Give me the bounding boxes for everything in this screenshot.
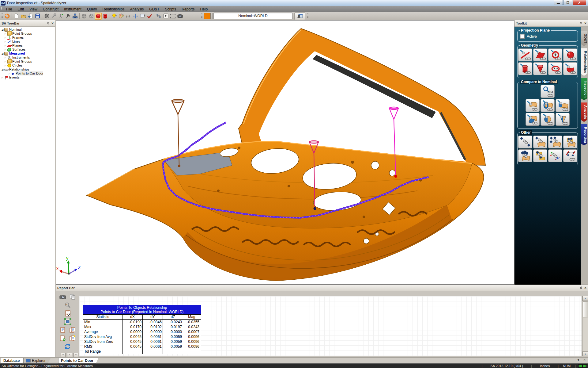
watch-window-icon[interactable] — [294, 12, 305, 20]
menu-grip[interactable] — [1, 7, 2, 11]
groups-relationship-button[interactable] — [533, 149, 547, 162]
screenshot-icon[interactable] — [59, 293, 66, 300]
menu-item[interactable]: Construct — [40, 6, 61, 12]
circle-fit-button[interactable] — [548, 48, 562, 61]
menu-item[interactable]: Reports — [179, 6, 197, 12]
tree-expander[interactable] — [4, 63, 7, 67]
tree-expander[interactable] — [4, 40, 7, 44]
function-icon[interactable]: (x) — [125, 13, 132, 20]
cone-fit-button[interactable] — [533, 62, 547, 75]
menu-item[interactable]: Help — [197, 6, 210, 12]
toolkit-side-tab[interactable]: Relationships — [581, 48, 587, 76]
tab-database[interactable]: Database — [1, 358, 25, 363]
points-to-surface-button[interactable] — [526, 99, 540, 112]
tree-expander[interactable] — [1, 28, 4, 32]
tree-expander[interactable] — [4, 59, 7, 63]
toolbar-grip-2[interactable] — [201, 13, 202, 18]
screenshot-icon[interactable] — [176, 13, 183, 20]
tree-expander[interactable] — [4, 36, 7, 40]
color-swatch[interactable] — [204, 13, 211, 19]
scroll-down-icon[interactable]: ▼ — [582, 351, 588, 356]
tree-item[interactable]: Point Groups — [0, 59, 55, 63]
scrollbar-thumb[interactable] — [583, 301, 588, 317]
collapse-reportbar-icon[interactable]: ▼ — [577, 358, 580, 362]
tree-expander[interactable] — [1, 67, 4, 71]
display-options-icon[interactable]: ▾ — [139, 13, 146, 20]
hierarchy-icon[interactable] — [155, 13, 162, 20]
render-options-icon[interactable] — [118, 13, 125, 20]
menu-item[interactable]: GD&T — [146, 6, 162, 12]
close-button[interactable]: ✗ — [573, 0, 586, 5]
tree-item[interactable]: Frames — [0, 36, 55, 40]
selection-box-icon[interactable] — [169, 13, 176, 20]
menu-item[interactable]: View — [27, 6, 40, 12]
cloud-to-surface-button[interactable] — [518, 149, 532, 162]
report-scrollbar[interactable]: ▲ ▼ — [582, 296, 588, 356]
report-page[interactable]: Points To Objects Relationship Points to… — [79, 296, 582, 356]
toolkit-side-tab[interactable]: Reporting — [581, 124, 587, 146]
menu-item[interactable]: Analysis — [127, 6, 147, 12]
pin-icon[interactable] — [579, 286, 583, 290]
toolkit-side-tab[interactable]: Analysis — [581, 102, 587, 122]
close-reportbar-icon[interactable]: × — [583, 358, 586, 362]
plane-to-nominal-button[interactable] — [526, 113, 540, 126]
wireframe-box-icon[interactable] — [88, 13, 95, 20]
status-units[interactable]: Inches — [532, 364, 558, 368]
report-layout-icon[interactable] — [59, 318, 76, 325]
tree-item[interactable]: Point Groups — [0, 32, 55, 36]
tips-icon[interactable]: ▾ — [111, 13, 118, 20]
line-fit-button[interactable] — [518, 48, 532, 61]
tree-item[interactable]: Surfaces — [0, 48, 55, 52]
ellipse-fit-button[interactable] — [548, 62, 562, 75]
tree-expander[interactable] — [4, 32, 7, 36]
tree-item[interactable]: Circles — [0, 63, 55, 67]
enter-key-icon[interactable] — [162, 13, 169, 20]
vector-relationship-button[interactable] — [563, 149, 577, 162]
sphere-to-nominal-button[interactable] — [541, 113, 555, 126]
connections-icon[interactable] — [71, 13, 78, 20]
menu-item[interactable]: Instrument — [61, 6, 84, 12]
cone-to-nominal-button[interactable] — [556, 113, 570, 126]
copy-icon[interactable] — [69, 293, 76, 300]
close-panel-icon[interactable]: × — [51, 22, 54, 25]
restore-button[interactable]: ❐ — [563, 0, 572, 5]
tree-item[interactable]: Events — [0, 75, 55, 79]
new-report-icon[interactable] — [59, 327, 66, 333]
circle-to-nominal-button[interactable] — [541, 99, 555, 112]
sa-home-icon[interactable] — [4, 13, 11, 20]
save-icon[interactable] — [34, 13, 41, 20]
object-compare-button[interactable]: OBJ — [541, 85, 555, 98]
scroll-up-icon[interactable]: ▲ — [582, 296, 588, 301]
zoom-fit-button[interactable]: = — [74, 353, 78, 357]
toolkit-side-tab[interactable]: GD&T — [581, 31, 587, 46]
tree-expander[interactable] — [7, 71, 10, 75]
import-icon[interactable] — [27, 13, 34, 20]
settings-icon[interactable] — [43, 13, 50, 20]
menu-item[interactable]: Scripts — [162, 6, 179, 12]
report-options-icon[interactable] — [59, 302, 76, 309]
zoom-in-button[interactable]: + — [61, 353, 66, 357]
cylinder-fit-button[interactable] — [518, 62, 532, 75]
tree-expander[interactable] — [4, 48, 7, 52]
menu-item[interactable]: Relationships — [100, 6, 127, 12]
group-to-objects-button[interactable] — [563, 136, 577, 148]
close-panel-icon[interactable]: × — [584, 22, 586, 25]
add-instrument-icon[interactable] — [57, 13, 64, 20]
frame-selector[interactable]: Nominal::WORLD — [213, 13, 292, 19]
plane-fit-button[interactable] — [533, 48, 547, 61]
utilities-icon[interactable] — [50, 13, 57, 20]
wireframe-sphere-icon[interactable] — [81, 13, 88, 20]
quick-report-icon[interactable] — [69, 335, 76, 342]
tree-item[interactable]: Planes — [0, 44, 55, 48]
solid-cylinder-icon[interactable] — [102, 13, 109, 20]
toolbar-grip-3[interactable] — [307, 13, 308, 18]
solid-objects-icon[interactable] — [95, 13, 102, 20]
new-file-icon[interactable] — [13, 13, 20, 20]
tree-item[interactable]: Points to Car Door — [0, 71, 55, 75]
refresh-icon[interactable] — [59, 343, 76, 350]
run-script-icon[interactable]: ▾ — [64, 13, 71, 20]
tab-explorer[interactable]: Explorer — [23, 358, 51, 363]
tree-item[interactable]: Nominal — [0, 28, 55, 32]
paraboloid-fit-button[interactable] — [563, 62, 577, 75]
menu-item[interactable]: Query — [84, 6, 100, 12]
